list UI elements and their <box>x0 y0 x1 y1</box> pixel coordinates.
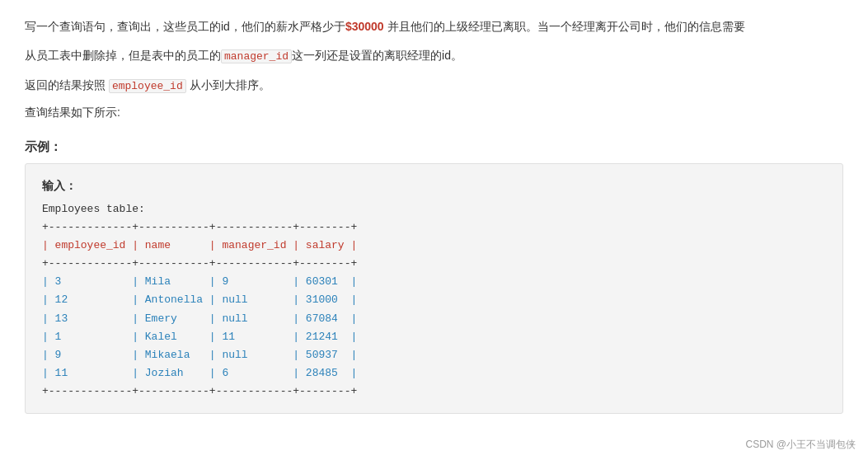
watermark: CSDN @小王不当调包侠 <box>745 438 856 452</box>
employee-id-code: employee_id <box>109 79 186 93</box>
intro-text-2: 并且他们的上级经理已离职。当一个经理离开公司时，他们的信息需要 <box>387 20 745 33</box>
table-row: | 11 | Joziah | 6 | 28485 | <box>42 364 826 383</box>
table-row: | 1 | Kalel | 11 | 21241 | <box>42 328 826 346</box>
sort-text-2: 从小到大排序。 <box>190 78 270 92</box>
table-row: | 9 | Mikaela | null | 50937 | <box>42 346 826 364</box>
sort-text-1: 返回的结果按照 <box>25 78 106 92</box>
price-value: $30000 <box>345 20 384 33</box>
result-paragraph: 查询结果如下所示: <box>25 102 843 123</box>
table-row: | 12 | Antonella | null | 31000 | <box>42 291 826 309</box>
intro-line1: 写一个查询语句，查询出，这些员工的id，他们的薪水严格少于$30000 并且他们… <box>25 16 843 37</box>
manager-id-code: manager_id <box>221 49 292 63</box>
example-box: 输入： Employees table: +-------------+----… <box>25 163 843 414</box>
separator3: +-------------+-----------+------------+… <box>42 383 826 401</box>
table-row: | 3 | Mila | 9 | 60301 | <box>42 273 826 291</box>
intro-text-4: 这一列还是设置的离职经理的id。 <box>292 49 462 62</box>
table-name: Employees table: <box>42 200 826 218</box>
separator2: +-------------+-----------+------------+… <box>42 255 826 273</box>
input-label: 输入： <box>42 176 826 196</box>
sort-paragraph: 返回的结果按照 employee_id 从小到大排序。 <box>25 75 843 96</box>
table-rows: | 3 | Mila | 9 | 60301 || 12 | Antonella… <box>42 273 826 383</box>
separator1: +-------------+-----------+------------+… <box>42 218 826 237</box>
section-title: 示例： <box>25 139 843 155</box>
table-header: | employee_id | name | manager_id | sala… <box>42 237 826 255</box>
table-row: | 13 | Emery | null | 67084 | <box>42 310 826 328</box>
intro-text-3: 从员工表中删除掉，但是表中的员工的 <box>25 49 221 62</box>
intro-text-1: 写一个查询语句，查询出，这些员工的id，他们的薪水严格少于 <box>25 20 345 33</box>
intro-line2: 从员工表中删除掉，但是表中的员工的manager_id这一列还是设置的离职经理的… <box>25 45 843 66</box>
intro-paragraph: 写一个查询语句，查询出，这些员工的id，他们的薪水严格少于$30000 并且他们… <box>25 16 843 67</box>
